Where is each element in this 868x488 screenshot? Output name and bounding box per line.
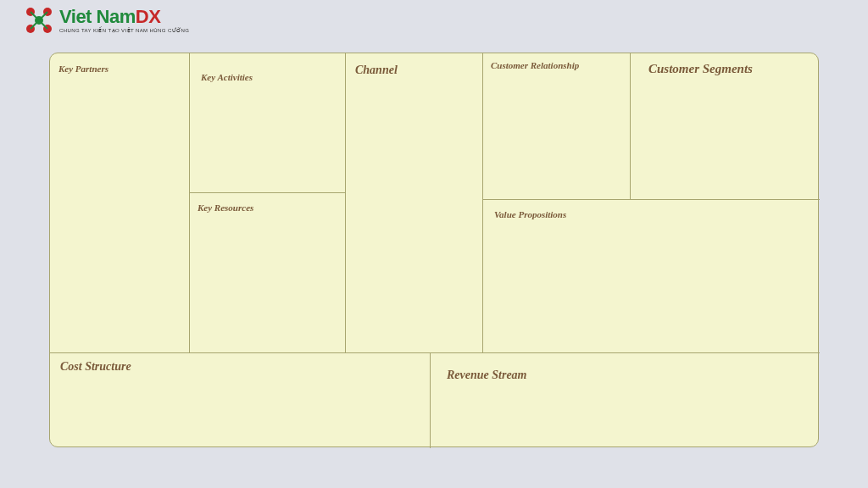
- logo-title: Viet NamDX: [59, 8, 189, 26]
- divider-h-right-ext: [776, 199, 820, 200]
- cell-cost-structure: Cost Structure: [60, 360, 131, 374]
- divider-v2: [345, 53, 346, 352]
- cell-customer-relationship: Customer Relationship: [491, 60, 579, 70]
- divider-v3b: [482, 199, 483, 352]
- logo-title-green: Viet Nam: [59, 6, 136, 27]
- logo-tagline: CHUNG TAY KIẾN TẠO VIỆT NAM HÙNG CƯỜNG: [59, 28, 189, 33]
- cell-revenue-stream: Revenue Stream: [447, 369, 527, 382]
- divider-h-mid-left: [189, 192, 345, 193]
- logo-text-block: Viet NamDX CHUNG TAY KIẾN TẠO VIỆT NAM H…: [59, 8, 189, 33]
- logo-title-red: DX: [136, 6, 161, 27]
- divider-v-bottom: [430, 352, 431, 448]
- brand-logo: Viet NamDX CHUNG TAY KIẾN TẠO VIỆT NAM H…: [24, 5, 189, 36]
- logo-icon: [24, 5, 54, 36]
- divider-v4: [630, 53, 631, 199]
- divider-h-mid-right: [482, 199, 776, 200]
- cell-customer-segments: Customer Segments: [648, 62, 753, 76]
- cell-key-resources: Key Resources: [198, 202, 253, 213]
- cell-key-partners: Key Partners: [58, 64, 108, 74]
- divider-h-bottom: [50, 352, 820, 353]
- cell-channel: Channel: [355, 64, 398, 77]
- divider-v3a: [482, 53, 483, 199]
- divider-v1: [189, 53, 190, 352]
- business-model-canvas: Key Partners Key Activities Key Resource…: [49, 53, 819, 447]
- cell-key-activities: Key Activities: [201, 72, 253, 82]
- cell-value-propositions: Value Propositions: [494, 209, 566, 219]
